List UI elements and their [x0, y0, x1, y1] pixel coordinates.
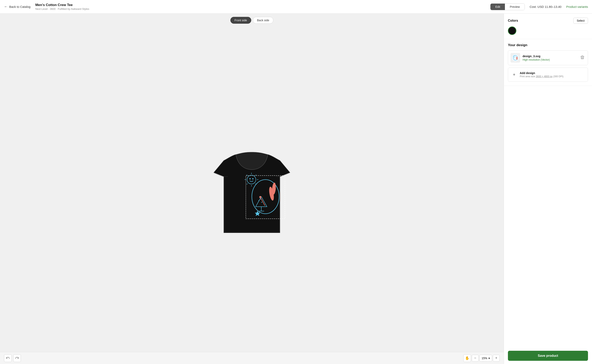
product-subtitle: Next Level · 3600 · Fulfilled by Awkward…	[35, 7, 485, 10]
design-thumbnail	[511, 53, 520, 63]
product-variants-link[interactable]: Product variants	[566, 5, 588, 8]
add-design-text-block: Add design Print area size 3600 × 4800 p…	[520, 72, 564, 78]
plus-icon: +	[511, 72, 517, 78]
print-area-size: 3600 × 4800 px	[536, 75, 553, 78]
colors-section: Colors Select	[504, 14, 592, 39]
svg-point-23	[259, 200, 259, 201]
canvas-area: Front side Back side	[0, 14, 504, 364]
tshirt-svg	[208, 136, 296, 241]
colors-title: Colors	[508, 19, 518, 22]
save-button-wrapper: Save product	[504, 348, 592, 364]
design-filename: design_3.svg	[523, 55, 577, 58]
bottom-toolbar: ✋ − 15% ▾ +	[0, 352, 504, 364]
add-design-label: Add design	[520, 72, 564, 75]
edit-preview-toggle: Edit Preview	[490, 3, 525, 10]
print-area-suffix: (300 DPI)	[553, 75, 564, 78]
color-swatches	[508, 26, 588, 35]
back-to-catalog-link[interactable]: ← Back to Catalog	[4, 5, 31, 9]
undo-redo-group	[4, 354, 21, 362]
right-panel: Colors Select Your design	[504, 14, 592, 364]
design-info: design_3.svg High resolution (Vector)	[523, 55, 577, 61]
zoom-out-button[interactable]: −	[472, 355, 479, 362]
svg-point-32	[516, 57, 518, 60]
zoom-value: 15%	[482, 357, 487, 360]
svg-point-25	[260, 199, 261, 200]
front-side-button[interactable]: Front side	[230, 17, 251, 24]
svg-point-24	[261, 202, 262, 203]
select-color-button[interactable]: Select	[573, 18, 588, 24]
main-content: Front side Back side	[0, 14, 592, 364]
delete-design-button[interactable]	[579, 54, 585, 61]
svg-point-16	[249, 178, 251, 179]
redo-button[interactable]	[13, 354, 21, 362]
product-title: Men's Cotton Crew Tee	[35, 3, 485, 7]
back-side-button[interactable]: Back side	[253, 17, 273, 24]
zoom-controls: ✋ − 15% ▾ +	[463, 354, 500, 362]
add-design-subtext: Print area size 3600 × 4800 px (300 DPI)	[520, 75, 564, 78]
zoom-dropdown-icon: ▾	[488, 357, 490, 360]
save-product-button[interactable]: Save product	[508, 351, 588, 361]
back-to-catalog-label: Back to Catalog	[9, 5, 31, 8]
cost-info: Cost: USD 11.80–13.40	[530, 5, 561, 8]
your-design-section: Your design design_3.svg High resolution…	[504, 39, 592, 86]
colors-section-header: Colors Select	[508, 18, 588, 24]
preview-button[interactable]: Preview	[505, 4, 525, 10]
edit-button[interactable]: Edit	[490, 4, 505, 10]
color-swatch-black[interactable]	[508, 26, 516, 35]
tshirt-container	[0, 25, 504, 352]
undo-button[interactable]	[4, 354, 12, 362]
design-quality: High resolution (Vector)	[523, 58, 577, 61]
design-item: design_3.svg High resolution (Vector)	[508, 50, 588, 65]
hand-tool-button[interactable]: ✋	[463, 354, 471, 362]
zoom-display[interactable]: 15% ▾	[479, 355, 492, 362]
view-toggle: Front side Back side	[0, 14, 504, 25]
your-design-title: Your design	[508, 43, 588, 47]
add-design-area[interactable]: + Add design Print area size 3600 × 4800…	[508, 68, 588, 82]
svg-point-17	[252, 178, 254, 179]
header: ← Back to Catalog Men's Cotton Crew Tee …	[0, 0, 592, 14]
back-arrow-icon: ←	[4, 5, 8, 9]
product-info: Men's Cotton Crew Tee Next Level · 3600 …	[35, 3, 485, 10]
svg-point-22	[259, 196, 261, 198]
print-area-prefix: Print area size	[520, 75, 536, 78]
zoom-in-button[interactable]: +	[493, 355, 500, 362]
